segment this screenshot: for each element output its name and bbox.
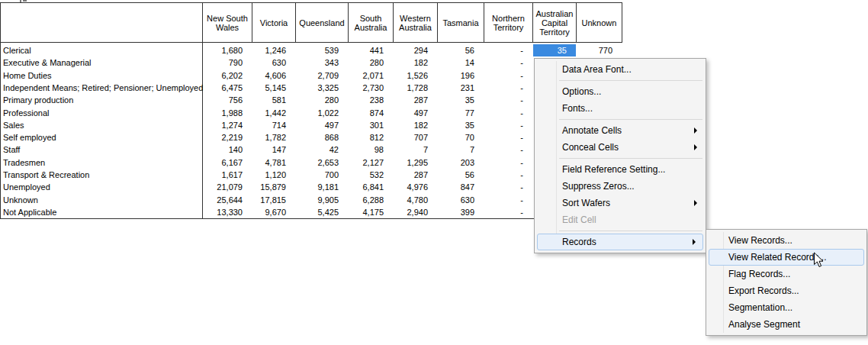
table-cell[interactable]: 1,442 bbox=[252, 106, 295, 118]
menu-item-sort-wafers[interactable]: Sort Wafers bbox=[535, 195, 705, 211]
table-cell[interactable]: 7 bbox=[438, 143, 484, 156]
table-cell[interactable]: - bbox=[484, 169, 532, 181]
table-cell[interactable]: 21,079 bbox=[203, 181, 252, 193]
menu-item-field-reference-setting[interactable]: Field Reference Setting... bbox=[535, 161, 705, 178]
table-cell[interactable]: - bbox=[484, 106, 532, 118]
table-cell[interactable]: 630 bbox=[252, 56, 295, 69]
table-cell[interactable]: 280 bbox=[349, 56, 393, 69]
table-cell[interactable]: 9,181 bbox=[296, 181, 348, 193]
table-cell[interactable]: 497 bbox=[296, 119, 348, 131]
table-cell[interactable]: 4,175 bbox=[349, 206, 393, 218]
table-cell[interactable]: 4,781 bbox=[252, 156, 295, 169]
column-header-northern-territory[interactable]: Northern Territory bbox=[484, 3, 532, 42]
row-label-executive-managerial[interactable]: Executive & Managerial bbox=[3, 56, 92, 69]
table-cell[interactable]: 343 bbox=[296, 56, 348, 69]
table-cell[interactable]: 1,988 bbox=[203, 106, 252, 118]
row-label-tradesmen[interactable]: Tradesmen bbox=[3, 156, 45, 169]
table-cell[interactable]: 539 bbox=[296, 44, 348, 56]
table-cell[interactable]: 203 bbox=[438, 156, 484, 169]
column-header-south-australia[interactable]: South Australia bbox=[349, 3, 393, 42]
table-cell[interactable]: 1,022 bbox=[296, 106, 348, 118]
table-cell[interactable]: - bbox=[484, 193, 532, 205]
table-cell[interactable]: 9,670 bbox=[252, 206, 295, 218]
table-cell[interactable]: 399 bbox=[438, 206, 484, 218]
table-cell[interactable]: 868 bbox=[296, 131, 348, 143]
table-cell[interactable]: 196 bbox=[438, 69, 484, 82]
table-cell[interactable]: 630 bbox=[438, 193, 484, 205]
row-label-independent-means-retired-pensioner-unemployed[interactable]: Independent Means; Retired; Pensioner; U… bbox=[3, 82, 203, 94]
table-cell[interactable]: 770 bbox=[577, 44, 622, 56]
table-cell[interactable]: 25,644 bbox=[203, 193, 252, 205]
column-header-australian-capital-territory[interactable]: Australian Capital Territory bbox=[533, 3, 576, 42]
table-cell[interactable]: 6,202 bbox=[203, 69, 252, 82]
menu-item-suppress-zeros[interactable]: Suppress Zeros... bbox=[535, 178, 705, 195]
row-label-sales[interactable]: Sales bbox=[3, 119, 24, 131]
table-cell[interactable]: 280 bbox=[296, 94, 348, 106]
table-cell[interactable]: 14 bbox=[438, 56, 484, 69]
table-cell[interactable]: 5,425 bbox=[296, 206, 348, 218]
table-cell[interactable]: 15,879 bbox=[252, 181, 295, 193]
table-cell[interactable]: 301 bbox=[349, 119, 393, 131]
table-cell[interactable]: 1,728 bbox=[394, 82, 437, 94]
table-cell[interactable]: 497 bbox=[394, 106, 437, 118]
menu-item-export-records[interactable]: Export Records... bbox=[707, 282, 866, 299]
menu-item-analyse-segment[interactable]: Analyse Segment bbox=[707, 316, 866, 333]
table-cell[interactable]: 1,274 bbox=[203, 119, 252, 131]
row-label-staff[interactable]: Staff bbox=[3, 143, 20, 156]
table-cell[interactable]: 182 bbox=[394, 119, 437, 131]
table-cell[interactable]: 287 bbox=[394, 94, 437, 106]
table-cell[interactable]: 2,071 bbox=[349, 69, 393, 82]
table-cell[interactable]: - bbox=[484, 156, 532, 169]
table-cell[interactable]: 1,526 bbox=[394, 69, 437, 82]
table-cell[interactable]: 1,120 bbox=[252, 169, 295, 181]
table-cell[interactable]: 182 bbox=[394, 56, 437, 69]
column-header-unknown[interactable]: Unknown bbox=[577, 3, 622, 42]
table-cell[interactable]: 77 bbox=[438, 106, 484, 118]
row-label-unknown[interactable]: Unknown bbox=[3, 193, 38, 205]
row-label-transport-recreation[interactable]: Transport & Recreation bbox=[3, 169, 89, 181]
table-cell[interactable]: 238 bbox=[349, 94, 393, 106]
table-cell[interactable]: 700 bbox=[296, 169, 348, 181]
table-cell[interactable]: 6,841 bbox=[349, 181, 393, 193]
menu-item-view-related-records[interactable]: View Related Records... bbox=[709, 249, 864, 266]
column-header-western-australia[interactable]: Western Australia bbox=[394, 3, 437, 42]
table-cell[interactable]: 98 bbox=[349, 143, 393, 156]
table-cell[interactable]: 847 bbox=[438, 181, 484, 193]
table-cell[interactable]: 1,617 bbox=[203, 169, 252, 181]
table-cell[interactable]: 17,815 bbox=[252, 193, 295, 205]
table-cell[interactable]: 2,127 bbox=[349, 156, 393, 169]
table-cell[interactable]: - bbox=[484, 69, 532, 82]
table-cell[interactable]: - bbox=[484, 94, 532, 106]
table-cell[interactable]: 2,653 bbox=[296, 156, 348, 169]
table-cell[interactable]: 6,475 bbox=[203, 82, 252, 94]
row-label-primary-production[interactable]: Primary production bbox=[3, 94, 73, 106]
table-cell[interactable]: 6,288 bbox=[349, 193, 393, 205]
table-cell[interactable]: - bbox=[484, 44, 532, 56]
table-cell[interactable]: 56 bbox=[438, 169, 484, 181]
table-cell[interactable]: 812 bbox=[349, 131, 393, 143]
row-label-clerical[interactable]: Clerical bbox=[3, 44, 31, 56]
table-cell[interactable]: 581 bbox=[252, 94, 295, 106]
table-cell[interactable]: 35 bbox=[533, 44, 576, 56]
table-cell[interactable]: 70 bbox=[438, 131, 484, 143]
menu-item-segmentation[interactable]: Segmentation... bbox=[707, 299, 866, 316]
row-label-self-employed[interactable]: Self employed bbox=[3, 131, 56, 143]
row-label-not-applicable[interactable]: Not Applicable bbox=[3, 206, 56, 218]
table-cell[interactable]: 35 bbox=[438, 119, 484, 131]
table-cell[interactable]: 441 bbox=[349, 44, 393, 56]
menu-item-options[interactable]: Options... bbox=[535, 83, 705, 100]
table-cell[interactable]: - bbox=[484, 56, 532, 69]
table-cell[interactable]: 756 bbox=[203, 94, 252, 106]
table-cell[interactable]: 707 bbox=[394, 131, 437, 143]
table-cell[interactable]: 2,709 bbox=[296, 69, 348, 82]
table-cell[interactable]: 1,295 bbox=[394, 156, 437, 169]
table-cell[interactable]: - bbox=[484, 181, 532, 193]
table-cell[interactable]: 790 bbox=[203, 56, 252, 69]
table-cell[interactable]: - bbox=[484, 119, 532, 131]
table-cell[interactable]: 35 bbox=[438, 94, 484, 106]
menu-item-data-area-font[interactable]: Data Area Font... bbox=[535, 61, 705, 78]
table-cell[interactable]: 874 bbox=[349, 106, 393, 118]
menu-item-view-records[interactable]: View Records... bbox=[707, 232, 866, 249]
table-cell[interactable]: 4,606 bbox=[252, 69, 295, 82]
table-cell[interactable]: - bbox=[484, 143, 532, 156]
